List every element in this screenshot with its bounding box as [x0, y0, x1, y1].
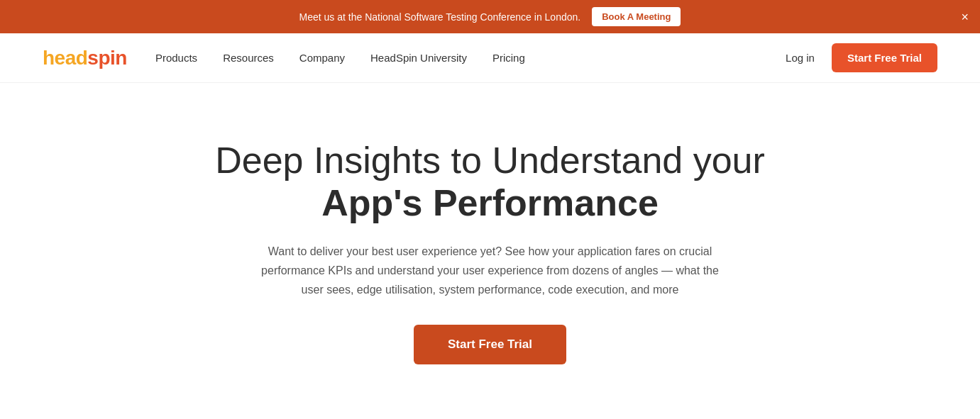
hero-start-trial-button[interactable]: Start Free Trial: [414, 325, 566, 364]
hero-title-line1: Deep Insights to Understand your: [215, 140, 765, 181]
nav-item-university[interactable]: HeadSpin University: [370, 52, 467, 64]
nav-start-trial-button[interactable]: Start Free Trial: [832, 43, 937, 72]
nav-item-resources[interactable]: Resources: [223, 52, 274, 64]
nav-links: Products Resources Company HeadSpin Univ…: [155, 52, 786, 64]
nav-item-company[interactable]: Company: [299, 52, 345, 64]
hero-title-line2: App's Performance: [321, 182, 659, 223]
top-banner: Meet us at the National Software Testing…: [0, 0, 980, 33]
logo-head-text: head: [43, 47, 87, 69]
banner-text: Meet us at the National Software Testing…: [299, 11, 581, 23]
banner-close-button[interactable]: ×: [961, 11, 969, 23]
hero-subtitle: Want to deliver your best user experienc…: [260, 242, 721, 300]
book-meeting-button[interactable]: Book A Meeting: [592, 7, 681, 26]
login-link[interactable]: Log in: [786, 52, 815, 64]
navbar: headspin Products Resources Company Head…: [0, 33, 980, 83]
logo-spin-text: spin: [87, 47, 127, 69]
hero-title: Deep Insights to Understand your App's P…: [215, 140, 765, 225]
logo[interactable]: headspin: [43, 47, 127, 69]
nav-item-products[interactable]: Products: [155, 52, 197, 64]
hero-section: Deep Insights to Understand your App's P…: [0, 83, 980, 407]
nav-actions: Log in Start Free Trial: [786, 43, 937, 72]
nav-item-pricing[interactable]: Pricing: [492, 52, 525, 64]
